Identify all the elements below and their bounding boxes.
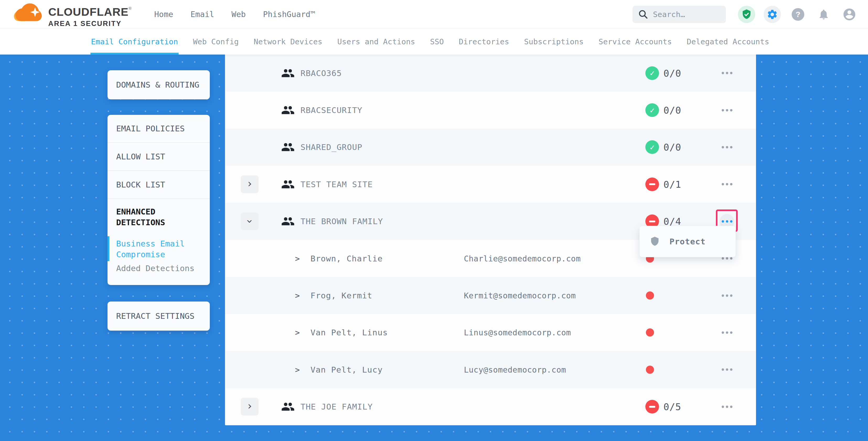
row-actions-menu-button[interactable]	[720, 177, 734, 192]
expand-chevron-button[interactable]	[241, 398, 258, 416]
subnav-tab[interactable]: Users and Actions	[337, 29, 415, 55]
chevron-right-icon[interactable]	[295, 254, 300, 263]
group-name: RBACO365	[301, 68, 342, 78]
sidebar: DOMAINS & ROUTINGEMAIL POLICIESALLOW LIS…	[107, 55, 210, 330]
row-actions-menu-button[interactable]	[720, 399, 734, 414]
top-nav: HomeEmailWebPhishGuard™	[154, 10, 315, 19]
member-row: Van Pelt, Linus Linus@somedemocorp.com	[225, 314, 756, 351]
top-nav-item[interactable]: PhishGuard™	[263, 10, 315, 19]
sidebar-item[interactable]: Added Detections	[107, 263, 210, 285]
subnav-tab[interactable]: Directories	[459, 29, 509, 55]
content-area: DOMAINS & ROUTINGEMAIL POLICIESALLOW LIS…	[0, 55, 868, 441]
ellipsis-icon	[726, 72, 728, 74]
sidebar-card: DOMAINS & ROUTING	[107, 70, 210, 99]
row-actions-menu-button[interactable]	[720, 363, 734, 377]
sidebar-item[interactable]: BLOCK LIST	[107, 171, 210, 199]
question-mark-glyph: ?	[792, 8, 804, 21]
page: CLOUDFLARE® AREA 1 SECURITY HomeEmailWeb…	[0, 0, 868, 441]
top-nav-item[interactable]: Home	[154, 10, 173, 19]
member-count: 0/0	[663, 105, 681, 116]
sidebar-item[interactable]: EMAIL POLICIES	[107, 115, 210, 143]
status-dot	[646, 291, 654, 300]
search-input[interactable]	[653, 10, 716, 19]
group-people-icon	[281, 140, 295, 154]
sidebar-item-label: ENHANCED DETECTIONS	[116, 206, 201, 228]
group-row: RBACO365 0/0	[225, 55, 756, 92]
top-nav-item[interactable]: Email	[191, 10, 214, 19]
status-dot	[646, 328, 654, 337]
search-box	[632, 6, 726, 23]
app-header: CLOUDFLARE® AREA 1 SECURITY HomeEmailWeb…	[0, 0, 868, 29]
account-icon[interactable]	[841, 6, 858, 23]
expand-chevron-button[interactable]	[241, 212, 258, 230]
member-email: Linus@somedemocorp.com	[464, 328, 571, 337]
sidebar-item[interactable]: ALLOW LIST	[107, 143, 210, 171]
sidebar-item-label: RETRACT SETTINGS	[116, 311, 194, 321]
subnav-tab[interactable]: Web Config	[193, 29, 239, 55]
ellipsis-icon	[726, 294, 728, 297]
member-row: Van Pelt, Lucy Lucy@somedemocorp.com	[225, 351, 756, 388]
ellipsis-icon	[726, 109, 728, 112]
protect-label: Protect	[670, 237, 706, 246]
sidebar-item-label: ALLOW LIST	[116, 151, 165, 162]
member-name: Brown, Charlie	[310, 254, 382, 263]
sidebar-item-label: DOMAINS & ROUTING	[116, 80, 199, 90]
group-row: RBACSECURITY 0/0	[225, 92, 756, 128]
row-actions-menu-button[interactable]	[720, 103, 734, 118]
row-actions-menu-button[interactable]	[720, 140, 734, 154]
group-people-icon	[281, 178, 295, 191]
member-name: Frog, Kermit	[310, 291, 372, 300]
row-actions-menu-button[interactable]	[720, 66, 734, 81]
row-actions-menu-button[interactable]	[720, 288, 734, 303]
group-people-icon	[281, 215, 295, 228]
subnav-tab[interactable]: SSO	[430, 29, 444, 55]
sidebar-item[interactable]: RETRACT SETTINGS	[107, 302, 210, 330]
status-icon	[645, 66, 659, 80]
chevron-right-icon[interactable]	[295, 365, 300, 374]
member-count: 0/4	[663, 216, 681, 227]
sidebar-item[interactable]: Business Email Compromise	[107, 235, 210, 263]
search-icon	[638, 9, 649, 20]
group-name: SHARED_GROUP	[301, 143, 363, 152]
subnav: Email ConfigurationWeb ConfigNetwork Dev…	[0, 29, 868, 55]
sidebar-item-label: EMAIL POLICIES	[116, 123, 185, 134]
group-table: RBACO365 0/0 RBACSECURITY 0/0 SHARED_GRO…	[225, 55, 756, 425]
member-email: Kermit@somedemocorp.com	[464, 291, 576, 300]
chevron-right-icon[interactable]	[295, 328, 300, 337]
header-icons: ?	[738, 6, 858, 23]
ellipsis-icon	[726, 220, 728, 223]
ellipsis-icon	[726, 257, 728, 259]
protect-menu-item[interactable]: Protect	[640, 226, 736, 257]
ellipsis-icon	[726, 368, 728, 371]
group-row: TEST TEAM SITE 0/1	[225, 166, 756, 203]
cloudflare-logo[interactable]: CLOUDFLARE® AREA 1 SECURITY	[13, 1, 132, 28]
protection-shield-check-icon[interactable]	[738, 6, 755, 23]
subnav-tab[interactable]: Network Devices	[254, 29, 322, 55]
subnav-tab[interactable]: Service Accounts	[599, 29, 672, 55]
ellipsis-icon	[726, 406, 728, 408]
member-name: Van Pelt, Linus	[310, 328, 388, 337]
sidebar-item[interactable]: DOMAINS & ROUTING	[107, 70, 210, 99]
subnav-tab[interactable]: Subscriptions	[524, 29, 584, 55]
cloudflare-cloud-icon	[13, 1, 44, 23]
status-icon	[645, 400, 659, 413]
expand-chevron-button[interactable]	[241, 176, 258, 193]
group-name: THE BROWN FAMILY	[301, 217, 383, 226]
top-nav-item[interactable]: Web	[231, 10, 246, 19]
sidebar-item[interactable]: ENHANCED DETECTIONS	[107, 199, 210, 235]
subnav-tab[interactable]: Email Configuration	[91, 29, 178, 55]
row-actions-menu-button[interactable]	[720, 325, 734, 340]
group-name: TEST TEAM SITE	[301, 180, 373, 189]
chevron-right-icon[interactable]	[295, 291, 300, 300]
status-icon	[645, 140, 659, 154]
header-right: ?	[632, 0, 858, 29]
sidebar-card: EMAIL POLICIESALLOW LISTBLOCK LISTENHANC…	[107, 115, 210, 285]
help-icon[interactable]: ?	[789, 6, 807, 23]
settings-gear-icon[interactable]	[764, 6, 781, 23]
group-name: THE JOE FAMILY	[301, 402, 373, 411]
brand-subtitle: AREA 1 SECURITY	[48, 20, 132, 28]
subnav-tab[interactable]: Delegated Accounts	[687, 29, 769, 55]
member-row: Frog, Kermit Kermit@somedemocorp.com	[225, 277, 756, 314]
notifications-bell-icon[interactable]	[815, 6, 832, 23]
member-count: 0/0	[663, 68, 681, 78]
